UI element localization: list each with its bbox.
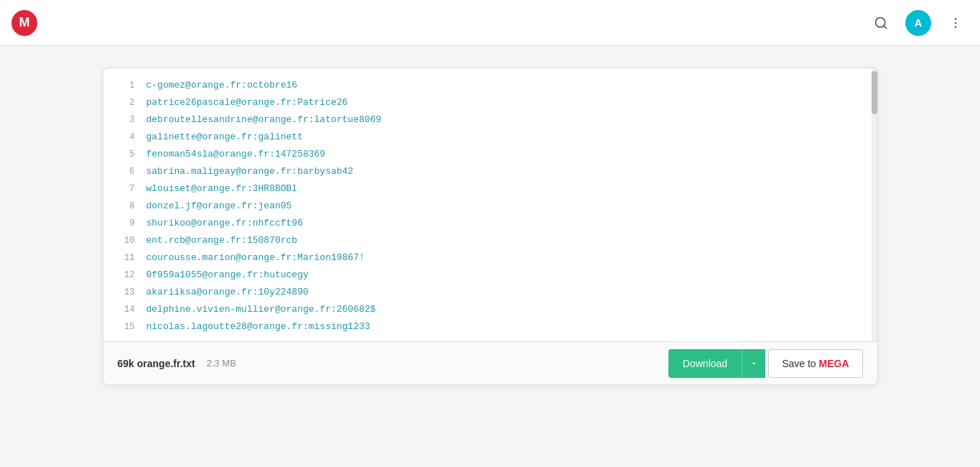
app-header: M A	[0, 0, 980, 46]
main-content: 1c-gomez@orange.fr:octobre162patrice26pa…	[0, 46, 980, 407]
file-viewer-card: 1c-gomez@orange.fr:octobre162patrice26pa…	[103, 68, 878, 385]
line-number: 2	[115, 94, 135, 111]
line-content: delphine.vivien-mullier@orange.fr:260682…	[146, 301, 376, 318]
table-row: 2patrice26pascale@orange.fr:Patrice26	[103, 94, 877, 111]
table-row: 1c-gomez@orange.fr:octobre16	[103, 77, 877, 94]
line-content: fenoman54sla@orange.fr:147258369	[146, 146, 326, 163]
line-content: 0f959a1055@orange.fr:hutucegy	[146, 267, 309, 284]
footer-actions: Download Save to MEGA	[668, 349, 863, 378]
line-number: 3	[115, 111, 135, 129]
more-options-icon[interactable]	[943, 10, 969, 36]
line-content: ent.rcb@orange.fr:150870rcb	[146, 232, 298, 249]
header-right: A	[868, 10, 969, 36]
line-content: galinette@orange.fr:galinett	[146, 129, 303, 146]
table-row: 120f959a1055@orange.fr:hutucegy	[103, 267, 877, 284]
table-row: 9shurikoo@orange.fr:nhfccft96	[103, 215, 877, 232]
line-number: 15	[115, 318, 135, 336]
mega-logo[interactable]: M	[11, 10, 37, 36]
table-row: 10ent.rcb@orange.fr:150870rcb	[103, 232, 877, 249]
save-label-text: Save to	[782, 358, 816, 369]
line-number: 8	[115, 198, 135, 215]
line-content: wlouiset@orange.fr:3HR8BOBl	[146, 180, 298, 198]
line-number: 13	[115, 284, 135, 301]
user-avatar[interactable]: A	[905, 10, 931, 36]
line-content: courousse.marion@orange.fr:Marion19867!	[146, 249, 365, 267]
mega-brand-text: MEGA	[819, 358, 849, 369]
file-size: 2.3 MB	[207, 358, 236, 369]
line-content: debroutellesandrine@orange.fr:latortue80…	[146, 111, 382, 129]
line-number: 9	[115, 215, 135, 232]
search-icon[interactable]	[868, 10, 894, 36]
scrollbar-thumb[interactable]	[872, 71, 877, 114]
file-info: 69k orange.fr.txt 2.3 MB	[118, 358, 236, 369]
download-button[interactable]: Download	[668, 349, 742, 378]
line-content: donzel.jf@orange.fr:jean05	[146, 198, 292, 215]
header-left: M	[11, 10, 37, 36]
line-content: shurikoo@orange.fr:nhfccft96	[146, 215, 303, 232]
table-row: 4galinette@orange.fr:galinett	[103, 129, 877, 146]
table-row: 6sabrina.maligeay@orange.fr:barbysab42	[103, 163, 877, 180]
file-name: 69k orange.fr.txt	[118, 358, 195, 369]
svg-point-2	[955, 17, 957, 19]
line-content: akariiksa@orange.fr:10y224890	[146, 284, 309, 301]
line-content: sabrina.maligeay@orange.fr:barbysab42	[146, 163, 354, 180]
table-row: 14delphine.vivien-mullier@orange.fr:2606…	[103, 301, 877, 318]
download-dropdown-button[interactable]	[742, 349, 765, 378]
line-content: c-gomez@orange.fr:octobre16	[146, 77, 298, 94]
file-footer: 69k orange.fr.txt 2.3 MB Download Save t…	[103, 341, 877, 384]
table-row: 8donzel.jf@orange.fr:jean05	[103, 198, 877, 215]
table-row: 5fenoman54sla@orange.fr:147258369	[103, 146, 877, 163]
line-number: 11	[115, 249, 135, 267]
line-number: 6	[115, 163, 135, 180]
file-content-area: 1c-gomez@orange.fr:octobre162patrice26pa…	[103, 68, 877, 341]
table-row: 11courousse.marion@orange.fr:Marion19867…	[103, 249, 877, 267]
table-row: 3debroutellesandrine@orange.fr:latortue8…	[103, 111, 877, 129]
table-row: 13akariiksa@orange.fr:10y224890	[103, 284, 877, 301]
table-row: 7wlouiset@orange.fr:3HR8BOBl	[103, 180, 877, 198]
line-number: 5	[115, 146, 135, 163]
line-number: 12	[115, 267, 135, 284]
line-number: 10	[115, 232, 135, 249]
line-content: patrice26pascale@orange.fr:Patrice26	[146, 94, 348, 111]
svg-line-1	[884, 25, 887, 28]
line-content: nicolas.lagoutte28@orange.fr:missing1233	[146, 318, 370, 336]
svg-point-4	[955, 26, 957, 28]
line-number: 1	[115, 77, 135, 94]
line-number: 4	[115, 129, 135, 146]
svg-point-3	[955, 22, 957, 24]
scrollbar-track[interactable]	[872, 68, 877, 341]
table-row: 15nicolas.lagoutte28@orange.fr:missing12…	[103, 318, 877, 336]
line-number: 14	[115, 301, 135, 318]
code-display: 1c-gomez@orange.fr:octobre162patrice26pa…	[103, 68, 877, 341]
save-to-mega-button[interactable]: Save to MEGA	[768, 349, 862, 378]
line-number: 7	[115, 180, 135, 198]
